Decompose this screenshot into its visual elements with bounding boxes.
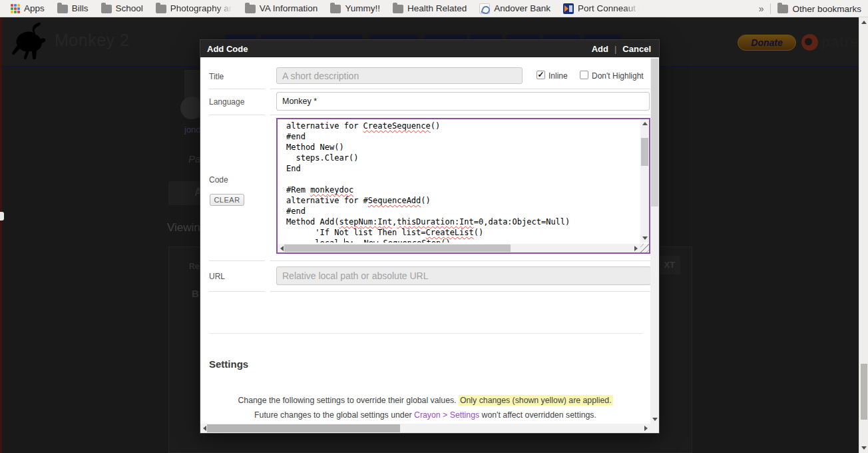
section-divider <box>209 333 643 334</box>
folder-icon <box>101 5 112 13</box>
dialog-scrollbar-thumb[interactable] <box>651 59 658 207</box>
bookmark-bills[interactable]: Bills <box>57 3 89 13</box>
bookmarks-bar-right: » Other bookmarks <box>759 0 861 17</box>
dialog-header: Add Code Add | Cancel <box>200 40 659 57</box>
folder-icon <box>393 5 403 13</box>
bookmark-label: Yummy!! <box>345 3 380 13</box>
dialog-scrollbar-horizontal[interactable] <box>200 424 650 433</box>
bookmark-school[interactable]: School <box>101 3 143 13</box>
scroll-left-arrow-icon[interactable] <box>280 246 284 251</box>
add-button[interactable]: Add <box>592 44 608 54</box>
settings-note-2: Future changes to the global settings un… <box>200 410 650 420</box>
url-field-label: URL <box>209 272 225 281</box>
dialog-scrollbar-thumb[interactable] <box>207 424 400 432</box>
folder-icon <box>330 5 341 13</box>
dialog-title: Add Code <box>207 44 248 54</box>
left-edge-notch <box>0 212 4 221</box>
browser-window: AppsBillsSchoolPhotography andVA Informa… <box>0 0 868 453</box>
header-action-divider: | <box>614 44 616 54</box>
folder-icon <box>245 5 256 13</box>
folder-icon <box>156 5 166 13</box>
title-field-label: Title <box>209 72 224 81</box>
scroll-down-arrow-icon[interactable] <box>652 418 658 421</box>
title-input[interactable] <box>276 67 523 84</box>
background-bold-text: B <box>192 288 199 299</box>
bookmarks-list: AppsBillsSchoolPhotography andVA Informa… <box>11 3 640 14</box>
site-title[interactable]: Monkey 2 <box>55 31 129 50</box>
bookmark-label: Andover Bank <box>494 3 550 13</box>
bookmark-label: Apps <box>24 3 45 13</box>
code-scrollbar-thumb[interactable] <box>641 138 648 166</box>
scroll-down-arrow-icon[interactable] <box>861 446 867 450</box>
page-left-strip <box>0 17 2 453</box>
resize-grip[interactable] <box>640 244 649 252</box>
patreon-icon[interactable] <box>801 34 818 51</box>
crayon-settings-link[interactable]: Crayon > Settings <box>414 410 479 420</box>
code-field-label: Code <box>209 175 228 185</box>
scroll-up-arrow-icon[interactable] <box>861 21 867 24</box>
bookmark-andover-bank[interactable]: Andover Bank <box>479 3 550 14</box>
url-input[interactable] <box>276 266 651 285</box>
bookmark-label: School <box>116 3 143 13</box>
settings-note-1: Change the following settings to overrid… <box>200 396 650 405</box>
row-divider <box>270 115 650 115</box>
dont-highlight-checkbox-label[interactable]: Don't Highlight <box>592 71 644 81</box>
post-meta-text: Pa <box>188 153 200 165</box>
other-bookmarks-button[interactable]: Other bookmarks <box>777 4 861 14</box>
scroll-right-arrow-icon[interactable] <box>634 246 638 251</box>
bookmark-yummy-[interactable]: Yummy!! <box>330 3 380 13</box>
scroll-right-arrow-icon[interactable] <box>644 426 648 431</box>
scroll-up-arrow-icon[interactable] <box>642 122 648 125</box>
settings-note-text: won't affect overridden settings. <box>479 410 596 420</box>
settings-heading: Settings <box>209 358 248 370</box>
browser-scrollbar[interactable] <box>859 17 868 453</box>
avatar <box>184 70 200 118</box>
bookmark-health-related[interactable]: Health Related <box>393 3 467 13</box>
inline-checkbox[interactable]: ✓ <box>537 71 545 79</box>
row-divider <box>209 115 265 115</box>
code-scrollbar-vertical[interactable] <box>640 119 649 242</box>
bookmark-photography-and[interactable]: Photography and <box>156 3 232 13</box>
apps-grid-icon <box>11 4 20 13</box>
bookmark-apps[interactable]: Apps <box>11 3 45 13</box>
row-divider <box>209 89 265 89</box>
folder-icon <box>57 5 68 13</box>
bookmark-va-information[interactable]: VA Information <box>245 3 318 13</box>
code-scrollbar-horizontal[interactable] <box>278 244 640 252</box>
browser-scrollbar-thumb[interactable] <box>861 364 867 420</box>
language-field-label: Language <box>209 97 244 107</box>
code-editor[interactable]: alternative for CreateSequence()#endMeth… <box>276 118 650 254</box>
donate-button[interactable]: Donate <box>738 35 796 51</box>
scrollbar-corner <box>650 424 659 433</box>
dont-highlight-checkbox[interactable] <box>580 71 588 79</box>
language-input[interactable] <box>276 92 650 111</box>
monkey-logo-icon <box>8 20 51 63</box>
folder-icon <box>777 5 788 13</box>
settings-note-text: Future changes to the global settings un… <box>254 410 414 420</box>
bookmark-label: Health Related <box>407 3 467 13</box>
scroll-down-arrow-icon[interactable] <box>642 236 648 240</box>
code-scrollbar-thumb[interactable] <box>284 244 511 252</box>
row-divider <box>209 291 265 292</box>
other-bookmarks-label: Other bookmarks <box>792 4 861 14</box>
cancel-button[interactable]: Cancel <box>622 44 651 54</box>
row-divider <box>209 260 265 261</box>
settings-note-text: Change the following settings to overrid… <box>238 396 459 405</box>
dialog-scrollbar-vertical[interactable] <box>650 57 659 424</box>
inline-checkbox-label[interactable]: Inline <box>548 71 568 81</box>
port-conneaut-favicon <box>563 3 574 14</box>
add-code-dialog: Add Code Add | Cancel Title ✓ Inline Don… <box>200 40 659 433</box>
bookmark-label: Port Conneaut F <box>578 3 640 13</box>
bookmark-port-conneaut-f[interactable]: Port Conneaut F <box>563 3 640 14</box>
bookmarks-bar: AppsBillsSchoolPhotography andVA Informa… <box>0 0 868 17</box>
username-text[interactable]: jond <box>184 125 201 135</box>
andover-bank-favicon <box>479 3 490 14</box>
scroll-left-arrow-icon[interactable] <box>203 426 206 431</box>
settings-note-highlight: Only changes (shown yellow) are applied. <box>459 395 613 406</box>
code-editor-content[interactable]: alternative for CreateSequence()#endMeth… <box>286 121 638 242</box>
bookmark-label: Bills <box>72 3 89 13</box>
bookmarks-overflow-chevron[interactable]: » <box>759 3 764 14</box>
clear-button[interactable]: CLEAR <box>210 194 244 206</box>
bookmarks-separator <box>770 3 771 14</box>
row-divider <box>270 89 650 89</box>
